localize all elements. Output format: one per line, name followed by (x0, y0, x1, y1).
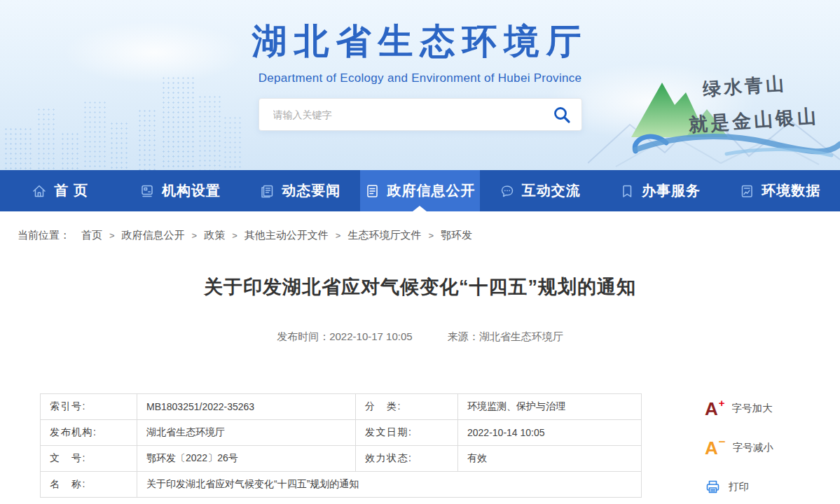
breadcrumb: 当前位置：首页>政府信息公开>政策>其他主动公开文件>生态环境厅文件>鄂环发 (0, 211, 840, 251)
skyline-building (60, 132, 78, 170)
doc-icon (364, 183, 380, 199)
breadcrumb-separator: > (109, 230, 115, 241)
print-icon (705, 479, 721, 495)
home-icon (32, 183, 47, 199)
data-icon (739, 183, 755, 199)
breadcrumb-separator: > (232, 230, 237, 241)
breadcrumb-separator: > (428, 230, 434, 241)
meta-value: MB1803251/2022-35263 (137, 394, 356, 420)
table-row: 索引号:MB1803251/2022-35263分 类:环境监测、保护与治理 (41, 394, 642, 420)
site-title: 湖北省生态环境厅 (0, 18, 840, 65)
meta-label: 发布机构: (41, 420, 137, 446)
breadcrumb-link[interactable]: 其他主动公开文件 (245, 229, 329, 241)
nav-item-label: 政府信息公开 (387, 181, 475, 200)
meta-label: 效力状态: (356, 446, 458, 472)
nav-item-home[interactable]: 首 页 (0, 170, 120, 211)
nav-item-org[interactable]: 机构设置 (120, 170, 240, 211)
nav-item-data[interactable]: 环境数据 (720, 170, 840, 211)
nav-item-doc[interactable]: 政府信息公开 (360, 170, 480, 211)
search-button[interactable] (553, 106, 572, 125)
breadcrumb-link[interactable]: 生态环境厅文件 (347, 229, 421, 241)
font-increase-icon: A+ (705, 399, 724, 418)
font-increase-button[interactable]: A+ 字号加大 (705, 396, 773, 420)
article-meta: 发布时间：2022-10-17 10:05 来源：湖北省生态环境厅 (0, 330, 840, 344)
meta-label: 名 称: (41, 472, 137, 498)
site-subtitle: Department of Ecology and Environment of… (0, 71, 840, 85)
meta-value: 关于印发湖北省应对气候变化“十四五”规划的通知 (137, 472, 642, 498)
font-decrease-label: 字号减小 (733, 441, 773, 454)
meta-label: 发文日期: (356, 420, 458, 446)
nav-item-label: 机构设置 (162, 181, 221, 200)
skyline-building (4, 127, 33, 170)
breadcrumb-separator: > (336, 230, 341, 241)
meta-label: 文 号: (41, 446, 137, 472)
meta-value: 2022-10-14 10:05 (458, 420, 642, 446)
meta-table: 索引号:MB1803251/2022-35263分 类:环境监测、保护与治理发布… (40, 393, 642, 498)
nav-item-label: 办事服务 (642, 181, 701, 200)
publish-time: 发布时间：2022-10-17 10:05 (277, 330, 412, 342)
meta-label: 分 类: (356, 394, 458, 420)
breadcrumb-items: 首页>政府信息公开>政策>其他主动公开文件>生态环境厅文件>鄂环发 (81, 229, 472, 241)
breadcrumb-link[interactable]: 首页 (81, 229, 102, 241)
breadcrumb-link[interactable]: 政府信息公开 (122, 229, 185, 241)
print-button[interactable]: 打印 (705, 475, 773, 498)
font-decrease-button[interactable]: A− 字号减小 (705, 435, 773, 459)
active-tab-arrow (413, 206, 427, 211)
breadcrumb-link[interactable]: 鄂环发 (441, 229, 472, 241)
meta-value: 湖北省生态环境厅 (137, 420, 356, 446)
nav-item-news[interactable]: 动态要闻 (240, 170, 360, 211)
nav-item-bookmark[interactable]: 办事服务 (600, 170, 719, 211)
meta-table-body: 索引号:MB1803251/2022-35263分 类:环境监测、保护与治理发布… (41, 394, 642, 498)
page-title: 关于印发湖北省应对气候变化“十四五”规划的通知 (0, 274, 840, 300)
font-increase-label: 字号加大 (732, 402, 773, 415)
search-box (259, 98, 582, 131)
table-row: 文 号:鄂环发〔2022〕26号效力状态:有效 (41, 446, 642, 472)
breadcrumb-label: 当前位置： (18, 229, 70, 241)
breadcrumb-link[interactable]: 政策 (204, 229, 225, 241)
meta-value: 鄂环发〔2022〕26号 (137, 446, 356, 472)
main-nav: 首 页机构设置动态要闻政府信息公开互动交流办事服务环境数据 (0, 170, 840, 211)
search-icon (553, 106, 572, 125)
meta-label: 索引号: (41, 394, 137, 420)
news-icon (259, 183, 275, 199)
table-row: 发布机构:湖北省生态环境厅发文日期:2022-10-14 10:05 (41, 420, 642, 446)
chat-icon (500, 183, 515, 199)
nav-item-chat[interactable]: 互动交流 (480, 170, 600, 211)
org-icon (139, 183, 155, 199)
meta-value: 环境监测、保护与治理 (458, 394, 642, 420)
meta-value: 有效 (458, 446, 642, 472)
nav-item-label: 互动交流 (522, 181, 581, 200)
nav-item-label: 动态要闻 (282, 181, 340, 200)
nav-item-label: 环境数据 (762, 181, 820, 200)
bookmark-icon (619, 183, 635, 199)
search-input[interactable] (259, 99, 581, 130)
font-decrease-icon: A− (705, 438, 725, 457)
source: 来源：湖北省生态环境厅 (448, 330, 563, 342)
table-row: 名 称:关于印发湖北省应对气候变化“十四五”规划的通知 (41, 472, 642, 498)
site-header: 绿水青山 就是金山银山 湖北省生态环境厅 Department of Ecolo… (0, 0, 840, 170)
tools-rail: A+ 字号加大 A− 字号减小 打印 (705, 396, 773, 504)
print-label: 打印 (729, 480, 749, 493)
breadcrumb-separator: > (192, 230, 198, 241)
nav-item-label: 首 页 (54, 181, 88, 200)
